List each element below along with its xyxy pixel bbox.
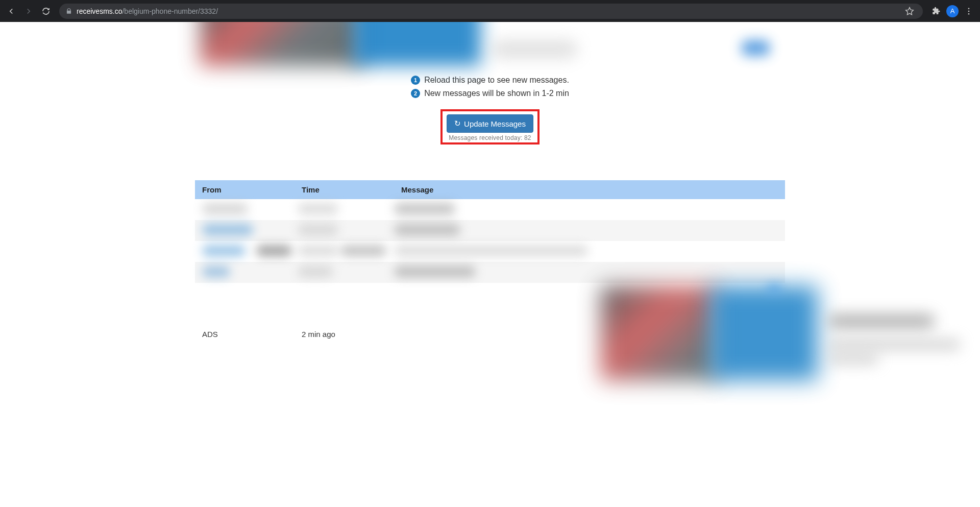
forward-button[interactable] [21,4,36,18]
top-advertisement [195,22,785,66]
profile-avatar[interactable]: A [946,5,959,17]
info-line-1: 1 Reload this page to see new messages. [411,76,569,85]
table-row [195,262,785,283]
header-message: Message [394,180,785,199]
page-viewport[interactable]: 1 Reload this page to see new messages. … [0,22,980,507]
info-text-1: Reload this page to see new messages. [424,76,569,85]
table-row [195,241,785,262]
messages-today-text: Messages received today: 82 [447,134,533,141]
info-section: 1 Reload this page to see new messages. … [195,74,785,100]
lock-icon [65,8,72,15]
svg-point-1 [968,10,970,12]
table-header-row: From Time Message [195,180,785,199]
ads-from-cell: ADS [195,283,295,385]
messages-table: From Time Message [195,180,785,385]
ads-time-cell: 2 min ago [295,283,394,385]
table-row-ads: ADS 2 min ago [195,283,785,385]
highlight-box: ↻ Update Messages Messages received toda… [440,109,540,144]
update-button-label: Update Messages [464,119,526,128]
step-badge-1: 1 [411,76,420,85]
main-content: 1 Reload this page to see new messages. … [195,22,785,385]
refresh-icon: ↻ [454,119,461,128]
address-bar[interactable]: receivesms.co/belgium-phone-number/3332/ [59,4,923,19]
kebab-menu-icon[interactable] [962,4,976,18]
star-icon[interactable] [902,4,917,18]
update-messages-button[interactable]: ↻ Update Messages [447,114,533,133]
step-badge-2: 2 [411,89,420,98]
extensions-icon[interactable] [929,4,943,18]
inline-advertisement [394,283,785,385]
reload-button[interactable] [39,4,53,18]
svg-point-2 [968,13,970,14]
back-button[interactable] [4,4,18,18]
header-time: Time [295,180,394,199]
update-section: ↻ Update Messages Messages received toda… [195,109,785,144]
browser-toolbar: receivesms.co/belgium-phone-number/3332/… [0,0,980,22]
info-line-2: 2 New messages will be shown in 1-2 min [411,89,569,98]
table-row [195,199,785,220]
header-from: From [195,180,295,199]
info-text-2: New messages will be shown in 1-2 min [424,89,569,98]
table-row [195,220,785,241]
svg-point-0 [968,8,970,9]
url-text: receivesms.co/belgium-phone-number/3332/ [77,7,898,15]
